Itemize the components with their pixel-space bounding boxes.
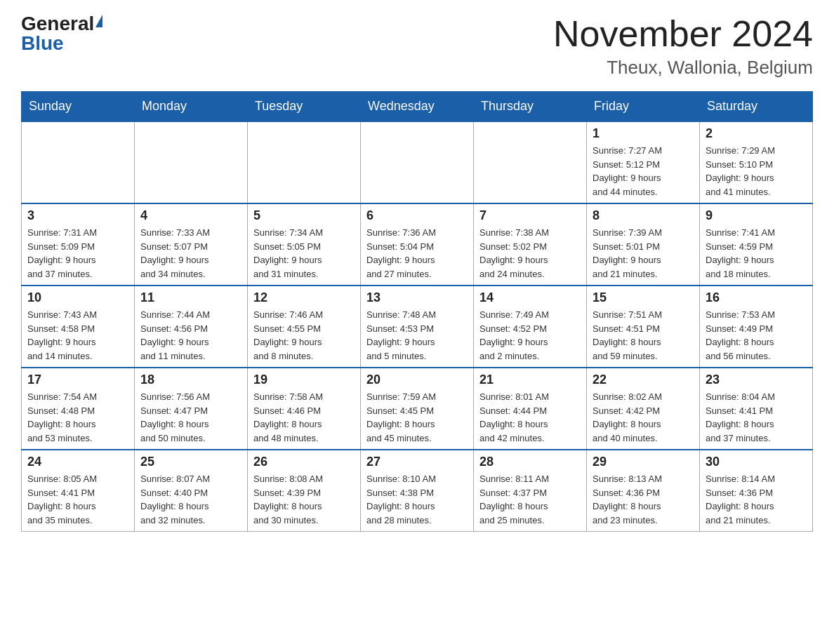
day-number: 29	[593, 455, 694, 469]
logo-blue-text: Blue	[21, 34, 64, 53]
day-number: 17	[27, 373, 128, 387]
day-info: Sunrise: 8:13 AMSunset: 4:36 PMDaylight:…	[593, 472, 694, 527]
header-monday: Monday	[135, 92, 248, 122]
calendar-cell-w5d4: 28Sunrise: 8:11 AMSunset: 4:37 PMDayligh…	[474, 450, 587, 532]
calendar-cell-w5d1: 25Sunrise: 8:07 AMSunset: 4:40 PMDayligh…	[135, 450, 248, 532]
week-row-3: 10Sunrise: 7:43 AMSunset: 4:58 PMDayligh…	[22, 286, 813, 368]
day-info: Sunrise: 7:43 AMSunset: 4:58 PMDaylight:…	[27, 308, 128, 363]
day-info: Sunrise: 8:01 AMSunset: 4:44 PMDaylight:…	[479, 390, 581, 445]
calendar-cell-w5d6: 30Sunrise: 8:14 AMSunset: 4:36 PMDayligh…	[700, 450, 813, 532]
calendar-cell-w3d2: 12Sunrise: 7:46 AMSunset: 4:55 PMDayligh…	[248, 286, 361, 368]
day-number: 28	[479, 455, 581, 469]
calendar-cell-w3d4: 14Sunrise: 7:49 AMSunset: 4:52 PMDayligh…	[474, 286, 587, 368]
day-info: Sunrise: 8:10 AMSunset: 4:38 PMDaylight:…	[366, 472, 468, 527]
week-row-4: 17Sunrise: 7:54 AMSunset: 4:48 PMDayligh…	[22, 368, 813, 450]
day-info: Sunrise: 7:39 AMSunset: 5:01 PMDaylight:…	[593, 226, 694, 281]
calendar-cell-w2d6: 9Sunrise: 7:41 AMSunset: 4:59 PMDaylight…	[700, 203, 813, 286]
calendar-cell-w1d3	[361, 121, 474, 203]
calendar-cell-w2d4: 7Sunrise: 7:38 AMSunset: 5:02 PMDaylight…	[474, 203, 587, 286]
day-number: 21	[479, 373, 581, 387]
day-number: 5	[253, 208, 355, 223]
calendar-cell-w4d5: 22Sunrise: 8:02 AMSunset: 4:42 PMDayligh…	[587, 368, 700, 450]
day-number: 12	[253, 290, 355, 305]
day-number: 4	[140, 208, 241, 223]
day-info: Sunrise: 7:33 AMSunset: 5:07 PMDaylight:…	[140, 226, 241, 281]
week-row-5: 24Sunrise: 8:05 AMSunset: 4:41 PMDayligh…	[22, 450, 813, 532]
day-number: 7	[479, 208, 581, 223]
day-number: 11	[140, 290, 241, 305]
day-info: Sunrise: 7:31 AMSunset: 5:09 PMDaylight:…	[27, 226, 128, 281]
day-number: 14	[479, 290, 581, 305]
calendar-cell-w4d3: 20Sunrise: 7:59 AMSunset: 4:45 PMDayligh…	[361, 368, 474, 450]
logo-general-text: General	[21, 14, 94, 34]
day-number: 1	[593, 126, 694, 141]
logo-triangle-icon	[95, 15, 102, 27]
calendar-cell-w1d1	[135, 121, 248, 203]
header-saturday: Saturday	[700, 92, 813, 122]
day-info: Sunrise: 8:04 AMSunset: 4:41 PMDaylight:…	[706, 390, 807, 445]
day-info: Sunrise: 8:14 AMSunset: 4:36 PMDaylight:…	[706, 472, 807, 527]
day-number: 25	[140, 455, 241, 469]
title-block: November 2024 Theux, Wallonia, Belgium	[553, 14, 813, 79]
calendar-cell-w2d3: 6Sunrise: 7:36 AMSunset: 5:04 PMDaylight…	[361, 203, 474, 286]
day-number: 9	[706, 208, 807, 223]
logo: General Blue	[21, 14, 102, 53]
calendar-cell-w4d4: 21Sunrise: 8:01 AMSunset: 4:44 PMDayligh…	[474, 368, 587, 450]
day-number: 8	[593, 208, 694, 223]
calendar-cell-w3d1: 11Sunrise: 7:44 AMSunset: 4:56 PMDayligh…	[135, 286, 248, 368]
day-info: Sunrise: 7:41 AMSunset: 4:59 PMDaylight:…	[706, 226, 807, 281]
header-thursday: Thursday	[474, 92, 587, 122]
day-info: Sunrise: 7:44 AMSunset: 4:56 PMDaylight:…	[140, 308, 241, 363]
calendar-table: Sunday Monday Tuesday Wednesday Thursday…	[21, 91, 813, 532]
calendar-subtitle: Theux, Wallonia, Belgium	[553, 57, 813, 79]
calendar-cell-w5d0: 24Sunrise: 8:05 AMSunset: 4:41 PMDayligh…	[22, 450, 135, 532]
calendar-cell-w4d1: 18Sunrise: 7:56 AMSunset: 4:47 PMDayligh…	[135, 368, 248, 450]
calendar-cell-w1d0	[22, 121, 135, 203]
day-number: 3	[27, 208, 128, 223]
day-info: Sunrise: 7:59 AMSunset: 4:45 PMDaylight:…	[366, 390, 468, 445]
calendar-header-row: Sunday Monday Tuesday Wednesday Thursday…	[22, 92, 813, 122]
calendar-cell-w3d5: 15Sunrise: 7:51 AMSunset: 4:51 PMDayligh…	[587, 286, 700, 368]
day-number: 27	[366, 455, 468, 469]
day-info: Sunrise: 7:58 AMSunset: 4:46 PMDaylight:…	[253, 390, 355, 445]
day-info: Sunrise: 7:38 AMSunset: 5:02 PMDaylight:…	[479, 226, 581, 281]
calendar-cell-w5d3: 27Sunrise: 8:10 AMSunset: 4:38 PMDayligh…	[361, 450, 474, 532]
header-wednesday: Wednesday	[361, 92, 474, 122]
day-number: 18	[140, 373, 241, 387]
day-info: Sunrise: 8:11 AMSunset: 4:37 PMDaylight:…	[479, 472, 581, 527]
calendar-cell-w4d2: 19Sunrise: 7:58 AMSunset: 4:46 PMDayligh…	[248, 368, 361, 450]
day-number: 15	[593, 290, 694, 305]
day-info: Sunrise: 7:46 AMSunset: 4:55 PMDaylight:…	[253, 308, 355, 363]
week-row-2: 3Sunrise: 7:31 AMSunset: 5:09 PMDaylight…	[22, 203, 813, 286]
day-number: 10	[27, 290, 128, 305]
calendar-cell-w5d5: 29Sunrise: 8:13 AMSunset: 4:36 PMDayligh…	[587, 450, 700, 532]
day-number: 24	[27, 455, 128, 469]
day-number: 2	[706, 126, 807, 141]
day-info: Sunrise: 7:53 AMSunset: 4:49 PMDaylight:…	[706, 308, 807, 363]
calendar-cell-w2d5: 8Sunrise: 7:39 AMSunset: 5:01 PMDaylight…	[587, 203, 700, 286]
day-number: 26	[253, 455, 355, 469]
calendar-title: November 2024	[553, 14, 813, 54]
calendar-cell-w4d0: 17Sunrise: 7:54 AMSunset: 4:48 PMDayligh…	[22, 368, 135, 450]
calendar-cell-w1d5: 1Sunrise: 7:27 AMSunset: 5:12 PMDaylight…	[587, 121, 700, 203]
day-info: Sunrise: 7:49 AMSunset: 4:52 PMDaylight:…	[479, 308, 581, 363]
calendar-cell-w1d2	[248, 121, 361, 203]
header-sunday: Sunday	[22, 92, 135, 122]
calendar-cell-w2d1: 4Sunrise: 7:33 AMSunset: 5:07 PMDaylight…	[135, 203, 248, 286]
day-info: Sunrise: 8:08 AMSunset: 4:39 PMDaylight:…	[253, 472, 355, 527]
calendar-cell-w3d6: 16Sunrise: 7:53 AMSunset: 4:49 PMDayligh…	[700, 286, 813, 368]
calendar-cell-w5d2: 26Sunrise: 8:08 AMSunset: 4:39 PMDayligh…	[248, 450, 361, 532]
page-header: General Blue November 2024 Theux, Wallon…	[21, 14, 813, 79]
day-number: 13	[366, 290, 468, 305]
calendar-cell-w4d6: 23Sunrise: 8:04 AMSunset: 4:41 PMDayligh…	[700, 368, 813, 450]
calendar-cell-w1d4	[474, 121, 587, 203]
day-info: Sunrise: 7:54 AMSunset: 4:48 PMDaylight:…	[27, 390, 128, 445]
calendar-cell-w1d6: 2Sunrise: 7:29 AMSunset: 5:10 PMDaylight…	[700, 121, 813, 203]
day-number: 23	[706, 373, 807, 387]
day-info: Sunrise: 7:48 AMSunset: 4:53 PMDaylight:…	[366, 308, 468, 363]
day-number: 30	[706, 455, 807, 469]
calendar-cell-w3d0: 10Sunrise: 7:43 AMSunset: 4:58 PMDayligh…	[22, 286, 135, 368]
day-number: 20	[366, 373, 468, 387]
day-info: Sunrise: 7:34 AMSunset: 5:05 PMDaylight:…	[253, 226, 355, 281]
calendar-cell-w2d0: 3Sunrise: 7:31 AMSunset: 5:09 PMDaylight…	[22, 203, 135, 286]
